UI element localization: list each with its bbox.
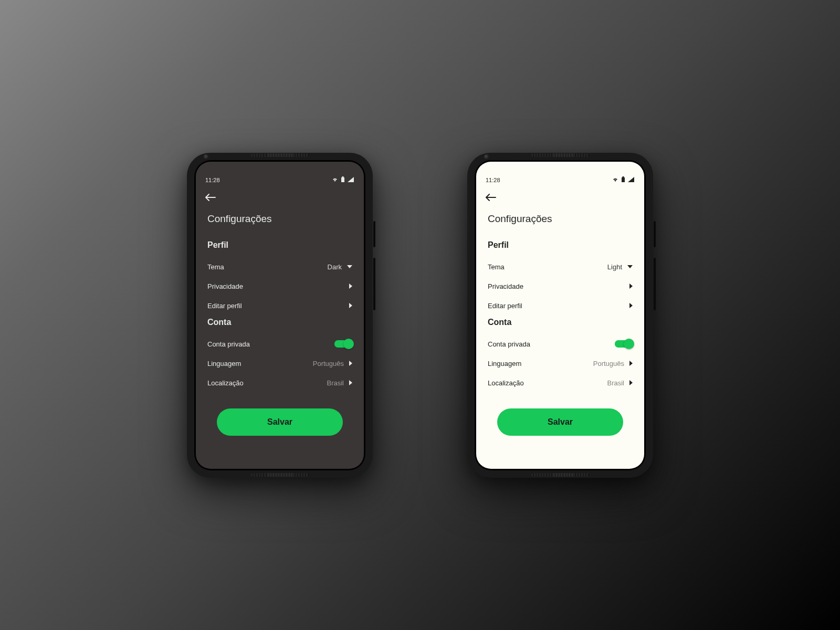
svg-rect-0 [341,177,344,182]
setting-label: Privacidade [488,282,523,290]
theme-value: Dark [328,263,342,271]
setting-label: Tema [488,263,505,271]
setting-label: Conta privada [207,340,250,348]
phone-side-button [373,258,375,310]
battery-icon [341,176,345,184]
signal-icon [627,176,635,184]
private-account-toggle[interactable] [334,340,352,348]
dropdown-icon [347,265,352,268]
section-title-account: Conta [207,318,352,327]
svg-rect-1 [342,176,344,177]
wifi-icon [331,176,339,184]
theme-value: Light [607,263,622,271]
language-value: Português [593,360,624,368]
setting-row-privacy[interactable]: Privacidade [488,277,633,296]
back-button[interactable] [205,192,216,203]
location-value: Brasil [327,379,344,387]
save-button[interactable]: Salvar [497,408,623,436]
setting-label: Localização [207,379,244,387]
wifi-icon [612,176,619,184]
setting-label: Editar perfil [488,302,522,310]
nav-back [196,187,364,206]
location-value: Brasil [607,379,624,387]
setting-row-private-account[interactable]: Conta privada [488,334,633,354]
language-value: Português [313,360,344,368]
chevron-right-icon [349,380,352,385]
setting-label: Privacidade [207,282,243,290]
setting-row-theme[interactable]: Tema Dark [207,257,352,277]
chevron-right-icon [629,284,633,289]
setting-row-language[interactable]: Linguagem Português [488,354,633,373]
page-title: Configurações [207,213,352,225]
setting-row-location[interactable]: Localização Brasil [207,373,352,393]
chevron-right-icon [349,284,352,289]
setting-row-location[interactable]: Localização Brasil [488,373,633,393]
setting-label: Conta privada [488,340,530,348]
setting-row-edit-profile[interactable]: Editar perfil [488,296,633,316]
status-bar: 11:28 [476,162,644,187]
phone-light-mockup: 11:28 Conf [467,153,653,478]
setting-row-edit-profile[interactable]: Editar perfil [207,296,352,316]
chevron-right-icon [629,380,633,385]
signal-icon [347,176,354,184]
chevron-right-icon [629,361,633,366]
chevron-right-icon [629,303,633,308]
section-title-account: Conta [488,318,633,327]
setting-label: Linguagem [488,360,521,368]
svg-rect-2 [622,177,625,182]
phone-speaker-bottom [526,471,594,478]
dropdown-icon [627,265,633,268]
phone-camera [484,154,489,159]
setting-row-privacy[interactable]: Privacidade [207,277,352,296]
phone-speaker-top [526,152,594,159]
chevron-right-icon [349,361,352,366]
phone-side-button [654,221,656,247]
setting-label: Linguagem [207,360,241,368]
back-button[interactable] [486,192,496,203]
setting-row-private-account[interactable]: Conta privada [207,334,352,354]
nav-back [476,187,644,206]
section-title-profile: Perfil [207,240,352,250]
phone-side-button [654,258,656,310]
status-time: 11:28 [486,177,500,183]
svg-rect-3 [623,176,624,177]
setting-label: Editar perfil [207,302,242,310]
phone-speaker-top [246,152,314,159]
status-time: 11:28 [205,177,220,183]
setting-row-language[interactable]: Linguagem Português [207,354,352,373]
setting-label: Tema [207,263,224,271]
save-button[interactable]: Salvar [217,408,343,436]
setting-row-theme[interactable]: Tema Light [488,257,633,277]
phone-camera [204,154,208,159]
status-bar: 11:28 [196,162,364,187]
battery-icon [621,176,625,184]
setting-label: Localização [488,379,524,387]
chevron-right-icon [349,303,352,308]
phone-dark-mockup: 11:28 Conf [187,153,373,478]
private-account-toggle[interactable] [615,340,633,348]
phone-speaker-bottom [246,471,314,478]
phone-side-button [373,221,375,247]
page-title: Configurações [488,213,633,225]
section-title-profile: Perfil [488,240,633,250]
